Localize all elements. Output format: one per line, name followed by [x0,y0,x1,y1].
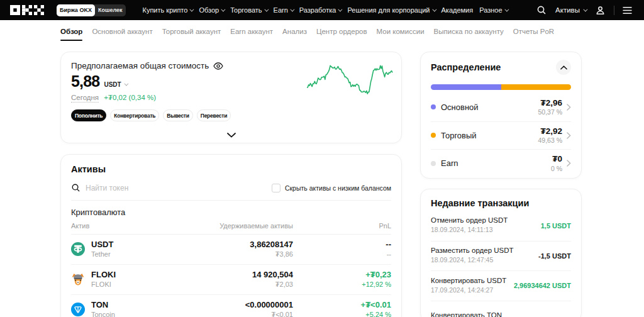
asset-symbol: TON [91,300,115,310]
nav-item-label: Обзор [199,6,219,14]
portfolio-actions: Пополнить Конвертировать Вывести Перевес… [71,109,391,121]
col-asset: Актив [71,222,192,230]
transaction-label: Разместить ордер USDT [431,246,535,255]
tab-8[interactable]: Отчеты PoR [513,28,554,36]
allocation-percent: 49,63 % [538,136,562,145]
nav-item-0[interactable]: Купить крипто [140,6,196,14]
transaction-date: 18.09.2024, 14:11:13 [431,225,537,235]
asset-symbol: FLOKI [91,270,116,280]
search-icon [71,183,80,192]
asset-symbol: USDT [91,240,113,250]
profile-icon[interactable] [591,5,610,16]
toggle-wallet[interactable]: Кошелек [95,4,126,16]
okx-logo[interactable] [10,5,44,15]
transaction-row-3[interactable]: Конвертировать TON [431,301,571,317]
asset-value: ₮2,03 [192,280,293,289]
transfer-button[interactable]: Перевести [197,109,231,121]
nav-item-6[interactable]: Академия [438,6,477,14]
nav-item-2[interactable]: Торговать [227,6,270,14]
tab-6[interactable]: Мои комиссии [377,28,425,36]
asset-row-TON[interactable]: TONToncoin<0.00000001₮<0.01+₮<0.01+5,24 … [71,294,391,317]
expand-chevron-icon[interactable] [221,131,242,140]
col-pnl: PnL [293,222,391,230]
nav-item-label: Академия [441,6,474,14]
nav-item-1[interactable]: Обзор [196,6,227,14]
crypto-section-label: Криптовалюта [71,208,391,217]
asset-row-USDT[interactable]: USDTTether3,86208147₮3,86---- [71,234,391,264]
hide-low-balance-label: Скрыть активы с низким балансом [285,184,391,192]
chevron-down-icon [338,7,343,11]
chevron-up-icon [560,65,567,70]
search-icon[interactable] [532,5,551,15]
eye-icon[interactable] [213,62,223,70]
allocation-dot [431,133,436,138]
chevron-down-icon [264,7,269,11]
chevron-down-icon [432,7,436,11]
deposit-button[interactable]: Пополнить [71,109,106,121]
nav-item-label: Разное [479,6,502,14]
transaction-row-0[interactable]: Отменить ордер USDT18.09.2024, 14:11:131… [431,211,571,241]
chevron-down-icon [504,7,509,11]
nav-item-7[interactable]: Разное [476,6,510,14]
asset-amount: 14 920,504 [192,270,293,280]
tab-3[interactable]: Earn аккаунт [230,28,273,36]
tab-7[interactable]: Выписка по аккаунту [434,28,504,36]
portfolio-currency-select[interactable]: USDT [104,81,126,88]
assets-dropdown[interactable]: Активы [551,6,591,14]
tab-1[interactable]: Основной аккаунт [92,28,152,36]
allocation-row-2[interactable]: Earn₮00 % [431,149,571,177]
allocation-card: Распределение Основной₮2,9650,37 %Торгов… [420,52,582,179]
allocation-row-1[interactable]: Торговый₮2,9249,63 % [431,121,571,150]
assets-card: Активы Скрыть активы с низким балансом К… [60,154,402,317]
transaction-amount: 2,96934642 USDT [514,282,571,289]
collapse-button[interactable] [556,60,571,75]
topbar: Биржа OKX Кошелек Купить криптоОбзорТорг… [0,0,644,20]
withdraw-button[interactable]: Вывести [163,109,193,121]
assets-dropdown-label: Активы [555,6,580,14]
asset-pnl-percent: -- [293,250,391,259]
asset-amount: <0.00000001 [192,300,293,310]
toggle-exchange[interactable]: Биржа OKX [57,4,95,16]
chevron-down-icon [124,82,128,86]
chevron-down-icon [190,7,194,11]
transaction-row-1[interactable]: Разместить ордер USDT18.09.2024, 12:47:4… [431,241,571,271]
nav-item-4[interactable]: Разработка [296,6,345,14]
portfolio-sparkline [305,60,394,99]
content: Предполагаемая общая стоимость 5,88 USDT… [0,44,644,317]
nav-item-5[interactable]: Решения для корпораций [344,6,438,14]
allocation-label: Earn [441,158,551,168]
allocation-value: ₮2,92 [538,126,562,136]
assets-table-header: Актив Удерживаемые активы PnL [71,222,391,234]
transaction-label: Конвертировать USDT [431,276,510,286]
col-holdings: Удерживаемые активы [192,222,293,230]
allocation-title: Распределение [431,62,501,72]
transaction-label: Отменить ордер USDT [431,216,537,225]
allocation-dot [431,104,436,109]
transaction-row-2[interactable]: Конвертировать USDT17.09.2024, 14:24:272… [431,270,571,301]
today-change: +₮0,02 (0,34 %) [104,94,156,101]
transaction-label: Конвертировать TON [431,311,567,317]
topbar-right: Активы [532,5,636,16]
transaction-amount: 1,5 USDT [541,222,571,230]
nav-item-label: Разработка [299,6,336,14]
asset-row-FLOKI[interactable]: FLOKIFLOKI14 920,504₮2,03+₮0,23+12,92 % [71,264,391,294]
transaction-amount: -1,5 USDT [538,252,571,260]
asset-pnl: -- [293,240,391,250]
portfolio-value: 5,88 [71,72,99,91]
menu-icon[interactable] [618,6,636,14]
hide-low-balance-checkbox[interactable] [272,184,280,192]
allocation-row-0[interactable]: Основной₮2,9650,37 % [431,93,571,121]
asset-name: Tether [91,250,113,259]
asset-pnl: +₮0,23 [293,270,391,280]
nav-item-3[interactable]: Earn [270,6,296,14]
tab-5[interactable]: Центр ордеров [316,28,367,36]
convert-button[interactable]: Конвертировать [110,109,159,121]
tab-4[interactable]: Анализ [282,28,307,36]
divider [71,200,391,201]
tab-0[interactable]: Обзор [60,28,82,36]
token-search-input[interactable] [86,184,211,192]
topbar-divider [614,6,614,15]
tab-2[interactable]: Торговый аккаунт [162,28,221,36]
product-toggle: Биржа OKX Кошелек [57,4,126,16]
asset-name: Toncoin [91,310,115,317]
